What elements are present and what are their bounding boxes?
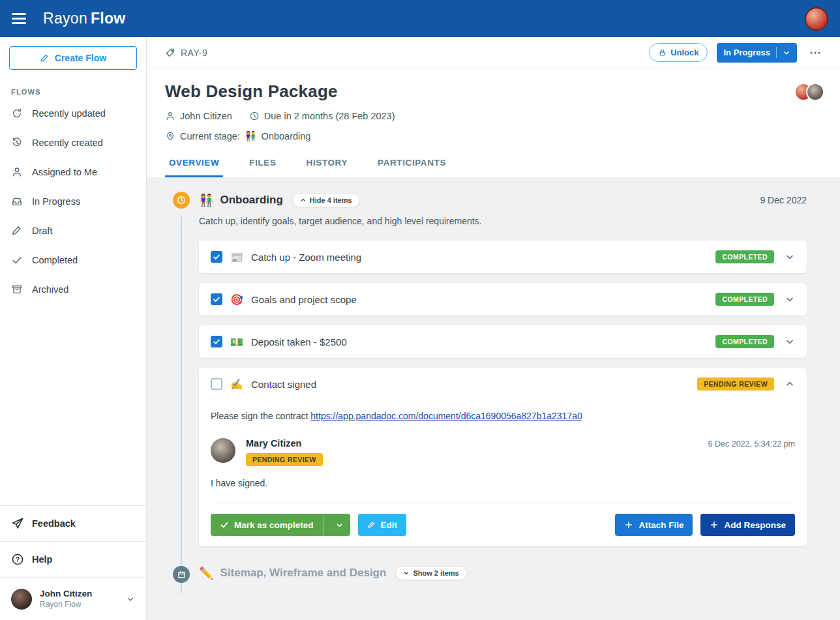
- stage-onboarding: 👫 Onboarding Hide 4 items 9 Dec 2022 Cat…: [173, 192, 807, 546]
- task-row[interactable]: 📰 Catch up - Zoom meeting COMPLETED: [199, 241, 807, 273]
- topbar-user-avatar[interactable]: [805, 7, 828, 31]
- task-checkbox[interactable]: [211, 251, 222, 263]
- task-row[interactable]: 💵 Deposit taken - $2500 COMPLETED: [199, 325, 807, 358]
- add-response-button[interactable]: Add Response: [700, 514, 795, 536]
- task-emoji: 📰: [230, 251, 243, 263]
- participant-avatar[interactable]: [806, 83, 824, 101]
- sidebar-item-draft[interactable]: Draft: [0, 216, 146, 245]
- person-icon: [165, 111, 175, 121]
- unlock-button[interactable]: Unlock: [649, 43, 708, 62]
- menu-icon[interactable]: [12, 9, 31, 29]
- task-title: Goals and project scope: [251, 294, 357, 305]
- create-flow-button[interactable]: Create Flow: [9, 46, 137, 70]
- task-checkbox[interactable]: [211, 378, 222, 390]
- show-items-button[interactable]: Show 2 items: [395, 566, 466, 580]
- sidebar-user-avatar: [11, 589, 32, 610]
- ellipsis-icon: [809, 46, 822, 59]
- chevron-up-icon[interactable]: [785, 379, 795, 389]
- task-checkbox[interactable]: [211, 336, 222, 347]
- contract-note: Please sign the contract https://app.pan…: [211, 411, 795, 421]
- tab-participants[interactable]: PARTICIPANTS: [374, 154, 450, 177]
- task-status-badge: COMPLETED: [715, 250, 774, 263]
- task-checkbox[interactable]: [211, 293, 222, 305]
- comment-author-avatar: [211, 438, 235, 463]
- sidebar-item-completed[interactable]: Completed: [0, 245, 146, 274]
- app-window: RayonFlow Create Flow FLOWS Recently upd…: [0, 0, 840, 620]
- hide-items-button[interactable]: Hide 4 items: [292, 193, 360, 207]
- refresh-icon: [11, 108, 23, 119]
- chevron-up-icon: [300, 197, 307, 203]
- sidebar-item-archived[interactable]: Archived: [0, 274, 146, 304]
- create-flow-label: Create Flow: [55, 53, 106, 63]
- inbox-icon: [11, 196, 23, 207]
- topbar: RayonFlow: [0, 0, 840, 37]
- flows-section-label: FLOWS: [11, 88, 146, 96]
- task-actions: Mark as completed E: [211, 503, 795, 536]
- calendar-icon: [177, 570, 187, 580]
- sidebar-item-recently-created[interactable]: Recently created: [0, 128, 146, 157]
- owner-name: John Citizen: [180, 111, 232, 121]
- plus-icon: [710, 520, 719, 529]
- attach-file-button[interactable]: Attach File: [615, 514, 693, 536]
- contract-note-text: Please sign the contract: [211, 411, 310, 421]
- tab-overview[interactable]: OVERVIEW: [165, 154, 223, 177]
- sidebar-item-recently-updated[interactable]: Recently updated: [0, 98, 146, 128]
- task-status-badge: COMPLETED: [715, 335, 774, 348]
- page-title: Web Design Package: [165, 81, 338, 102]
- task-emoji: ✍️: [230, 378, 243, 391]
- task-title: Catch up - Zoom meeting: [251, 252, 361, 263]
- contract-link[interactable]: https://app.pandadoc.com/document/d6ca16…: [310, 411, 582, 421]
- help-icon: ?: [11, 553, 24, 566]
- task-card: 🎯 Goals and project scope COMPLETED: [199, 283, 807, 316]
- chevron-down-icon[interactable]: [785, 336, 795, 347]
- pencil-icon: [11, 225, 23, 237]
- task-row[interactable]: 🎯 Goals and project scope COMPLETED: [199, 283, 807, 316]
- sidebar-item-assigned-to-me[interactable]: Assigned to Me: [0, 157, 146, 186]
- check-icon: [213, 295, 220, 303]
- task-status-badge: PENDING REVIEW: [697, 377, 774, 391]
- sidebar-item-label: Draft: [32, 226, 52, 236]
- plus-icon: [624, 520, 633, 529]
- sidebar-item-label: Assigned to Me: [32, 167, 97, 177]
- edit-button[interactable]: Edit: [358, 514, 407, 536]
- current-stage-meta: Current stage: 👫 Onboarding: [165, 130, 310, 142]
- chevron-down-icon[interactable]: [785, 294, 795, 304]
- mark-completed-button[interactable]: Mark as completed: [211, 514, 350, 536]
- sidebar-item-label: Recently created: [32, 138, 103, 148]
- brand-logo: RayonFlow: [43, 10, 126, 27]
- task-row[interactable]: ✍️ Contact signed PENDING REVIEW: [199, 368, 807, 400]
- check-icon: [213, 338, 220, 346]
- person-icon: [11, 166, 23, 178]
- current-stage-value: Onboarding: [262, 131, 311, 141]
- mark-completed-label: Mark as completed: [234, 520, 314, 530]
- participant-avatars[interactable]: [794, 83, 824, 101]
- status-label: In Progress: [723, 48, 770, 57]
- chevron-down-icon[interactable]: [126, 595, 135, 604]
- due-date-text: Due in 2 months (28 Feb 2023): [264, 111, 395, 121]
- sidebar-user-menu[interactable]: John Citizen Rayon Flow: [0, 577, 146, 620]
- check-icon: [213, 253, 220, 261]
- owner-meta: John Citizen: [165, 111, 232, 121]
- sidebar-user-name: John Citizen: [40, 589, 92, 598]
- pencil-icon: [367, 521, 376, 529]
- chevron-down-icon[interactable]: [785, 252, 795, 262]
- tab-history[interactable]: HISTORY: [303, 154, 352, 177]
- sidebar-item-in-progress[interactable]: In Progress: [0, 186, 146, 216]
- stage-status-badge: [173, 192, 190, 209]
- feedback-button[interactable]: Feedback: [0, 505, 146, 541]
- task-card: 💵 Deposit taken - $2500 COMPLETED: [199, 325, 807, 358]
- flow-id: RAY-9: [181, 48, 207, 58]
- stage-emoji: 👫: [199, 193, 213, 207]
- stage-date: 9 Dec 2022: [760, 195, 807, 205]
- status-dropdown[interactable]: In Progress: [717, 43, 797, 63]
- stage-description: Catch up, identify goals, target audienc…: [199, 216, 807, 226]
- chevron-down-icon: [403, 570, 410, 576]
- help-button[interactable]: ? Help: [0, 541, 146, 577]
- add-response-label: Add Response: [724, 520, 786, 530]
- more-menu-button[interactable]: [806, 44, 824, 62]
- show-items-label: Show 2 items: [413, 569, 458, 577]
- mark-completed-dropdown[interactable]: [329, 514, 350, 536]
- archive-icon: [11, 284, 23, 295]
- stage-title: Onboarding: [220, 194, 282, 207]
- tab-files[interactable]: FILES: [245, 154, 280, 177]
